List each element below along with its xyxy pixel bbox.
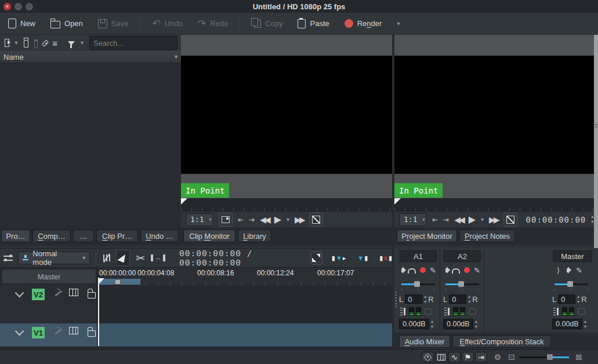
project-monitor-ruler[interactable]	[394, 198, 594, 211]
tab-project-notes[interactable]: Project Notes	[459, 230, 515, 242]
show-marker-comments-button[interactable]: ⚑	[462, 352, 474, 362]
playhead-marker[interactable]	[98, 278, 104, 285]
slider-knob[interactable]	[567, 281, 573, 287]
zoom-fit-button[interactable]: ⊠	[573, 352, 585, 362]
timecode-spinner[interactable]: ▴▾	[591, 214, 593, 224]
audio-thumbnails-icon[interactable]	[102, 253, 110, 263]
track-effects-icon[interactable]	[53, 327, 62, 336]
clip-zoom-select[interactable]: 1:1▾	[186, 213, 213, 226]
selection-tool-button[interactable]	[116, 250, 130, 266]
track-v2-badge[interactable]: V2	[32, 289, 45, 300]
timeline-timecode[interactable]: 00:00:00:00 / 00:00:00:00	[179, 249, 300, 267]
track-v1[interactable]: V1	[0, 323, 392, 347]
collapse-track-icon[interactable]	[15, 289, 24, 298]
track-v2[interactable]: V2	[0, 285, 392, 324]
fit-zoom-button[interactable]: ⊡	[506, 352, 517, 362]
channel-effects-icon[interactable]: ✎	[474, 267, 480, 274]
rewind-icon[interactable]: ◀◀	[454, 216, 463, 224]
zone-mode-button[interactable]	[503, 213, 517, 227]
balance-spinner[interactable]: ▴▾	[577, 294, 579, 304]
tag-icon[interactable]	[42, 39, 49, 46]
project-timecode[interactable]: 00:00:00:00	[526, 215, 586, 224]
tab-undo-history[interactable]: Undo …	[140, 230, 179, 242]
add-clip-icon[interactable]	[5, 39, 9, 47]
edit-mode-select[interactable]: Normal mode ▾	[18, 252, 90, 264]
tab-library[interactable]: Library	[238, 230, 271, 242]
tab-clip-properties[interactable]: Clip Pr…	[96, 230, 138, 242]
window-edge-splitter[interactable]	[594, 35, 598, 248]
track-target-icon[interactable]	[3, 254, 12, 262]
mute-icon[interactable]	[445, 268, 448, 272]
copy-button[interactable]: Copy	[248, 17, 286, 30]
clip-monitor-video-area[interactable]	[181, 56, 392, 174]
timeline-settings-button[interactable]: ⚙	[492, 352, 503, 362]
search-input[interactable]	[89, 36, 177, 50]
rewind-icon[interactable]: ◀◀	[260, 216, 269, 224]
volume-slider[interactable]	[554, 281, 588, 287]
clip-monitor-ruler[interactable]	[181, 198, 392, 211]
show-audio-thumbnails-button[interactable]: ∿	[448, 352, 461, 362]
tab-audio-mixer[interactable]: Audio Mixer	[399, 335, 450, 348]
play-options-caret[interactable]: ▾	[287, 217, 289, 223]
track-v1-badge[interactable]: V1	[32, 327, 45, 338]
snap-button[interactable]: ⇥	[475, 352, 487, 362]
tab-compositions[interactable]: Comp…	[32, 230, 71, 242]
zone-in-marker[interactable]	[394, 198, 401, 205]
gain-spinbox[interactable]: 0.00dB	[552, 319, 582, 329]
mixed-audio-video-button[interactable]	[310, 251, 322, 265]
gain-spinner[interactable]: ▴▾	[584, 319, 586, 329]
timeline-ruler[interactable]: 00:00:00:00 00:00:04:08 00:00:08:16 00:0…	[98, 268, 392, 285]
delete-zone-icon[interactable]: ▮×▮	[379, 254, 392, 262]
track-v2-header[interactable]: V2	[0, 285, 97, 323]
zone-in-marker[interactable]	[181, 198, 187, 205]
balance-spinbox[interactable]: 0	[558, 294, 575, 304]
add-clip-caret[interactable]: ▾	[15, 40, 18, 46]
set-in-point-icon[interactable]: ⇤	[238, 216, 244, 223]
balance-spinner[interactable]: ▴▾	[468, 294, 470, 304]
volume-slider[interactable]	[445, 281, 479, 287]
mixer-splitter-grip[interactable]	[395, 292, 397, 308]
bin-menu-icon[interactable]: ≡	[52, 39, 57, 48]
master-channel-button[interactable]: Master	[553, 250, 592, 262]
collapse-track-icon[interactable]	[15, 327, 24, 336]
balance-spinbox[interactable]: 0	[405, 294, 422, 304]
tab-clip-monitor[interactable]: Clip Monitor	[183, 230, 235, 242]
bin-clip-list[interactable]	[0, 63, 181, 229]
mute-icon[interactable]	[401, 268, 404, 272]
new-button[interactable]: New	[5, 17, 39, 30]
gain-spinbox[interactable]: 0.00dB	[399, 319, 429, 329]
channel-a1-button[interactable]: A1	[400, 250, 437, 262]
monitor-channel-toggle[interactable]	[425, 308, 432, 315]
play-icon[interactable]: ▶	[274, 215, 281, 224]
show-thumbnails-icon[interactable]	[69, 327, 78, 334]
show-video-thumbnails-button[interactable]	[435, 352, 447, 362]
master-effects-button[interactable]: Master	[2, 269, 96, 284]
fast-forward-icon[interactable]: ▶▶	[489, 216, 498, 224]
record-icon[interactable]	[420, 267, 426, 273]
set-out-point-icon[interactable]: ⇥	[443, 216, 449, 223]
paste-button[interactable]: Paste	[294, 17, 332, 30]
filter-icon[interactable]	[68, 41, 75, 45]
slider-knob[interactable]	[458, 281, 464, 287]
render-dropdown-caret[interactable]: ▾	[397, 21, 400, 27]
channel-effects-icon[interactable]: ✎	[576, 267, 582, 274]
channel-effects-icon[interactable]: ✎	[430, 267, 436, 274]
redo-button[interactable]: ↷Redo	[194, 17, 231, 30]
set-out-point-icon[interactable]: ⇥	[249, 216, 255, 223]
zoom-slider-knob[interactable]	[547, 354, 553, 360]
save-button[interactable]: Save	[95, 17, 132, 30]
set-in-point-icon[interactable]: ⇤	[432, 216, 438, 223]
play-icon[interactable]: ▶	[469, 215, 476, 224]
volume-slider[interactable]	[401, 281, 435, 287]
zone-mode-button[interactable]	[309, 213, 323, 227]
extract-zone-icon[interactable]: ▼▮	[357, 255, 368, 261]
filter-caret[interactable]: ▾	[81, 40, 84, 46]
tab-more[interactable]: …	[73, 230, 94, 242]
mute-icon[interactable]	[567, 268, 569, 272]
gain-spinner[interactable]: ▴▾	[431, 319, 433, 329]
zoom-slider-track-left[interactable]	[519, 356, 547, 358]
tab-project-bin[interactable]: Pro…	[1, 230, 30, 242]
gain-spinner[interactable]: ▴▾	[475, 319, 477, 329]
track-effects-icon[interactable]	[53, 289, 62, 298]
lock-track-icon[interactable]	[88, 292, 96, 299]
